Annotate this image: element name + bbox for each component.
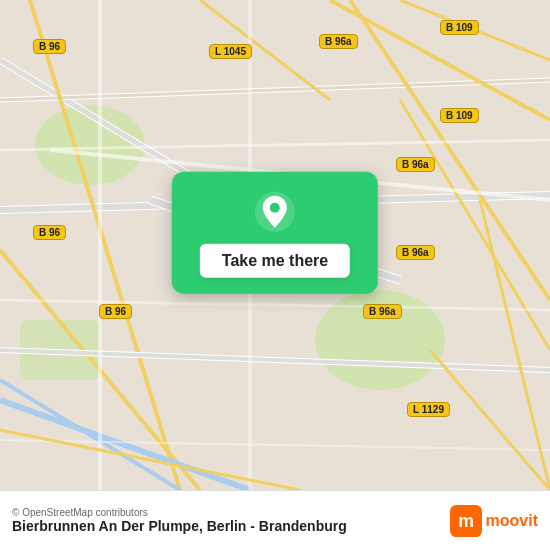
road-badge-b109-top: B 109	[440, 20, 479, 35]
road-badge-l1129: L 1129	[407, 402, 450, 417]
road-badge-b96a-low: B 96a	[396, 245, 435, 260]
road-badge-b109-mid: B 109	[440, 108, 479, 123]
map-container: B 96 B 96 B 96 B 96a B 96a B 96a B 96a B…	[0, 0, 550, 490]
svg-text:m: m	[458, 511, 474, 531]
road-badge-b96a-top: B 96a	[319, 34, 358, 49]
svg-point-33	[270, 203, 280, 213]
road-badge-l1045: L 1045	[209, 44, 252, 59]
road-badge-b96a-mid: B 96a	[396, 157, 435, 172]
moovit-icon: m	[450, 505, 482, 537]
copyright-text: © OpenStreetMap contributors	[12, 507, 347, 518]
location-pin-icon	[253, 190, 297, 234]
moovit-label: moovit	[486, 512, 538, 530]
location-title: Bierbrunnen An Der Plumpe, Berlin - Bran…	[12, 518, 347, 534]
road-badge-b96-top: B 96	[33, 39, 66, 54]
road-badge-b96a-lower: B 96a	[363, 304, 402, 319]
bottom-info: © OpenStreetMap contributors Bierbrunnen…	[12, 507, 347, 534]
popup-card[interactable]: Take me there	[172, 172, 378, 294]
take-me-there-button[interactable]: Take me there	[200, 244, 350, 278]
moovit-logo: m moovit	[450, 505, 538, 537]
road-badge-b96-mid: B 96	[33, 225, 66, 240]
bottom-bar: © OpenStreetMap contributors Bierbrunnen…	[0, 490, 550, 550]
road-badge-b96-low: B 96	[99, 304, 132, 319]
